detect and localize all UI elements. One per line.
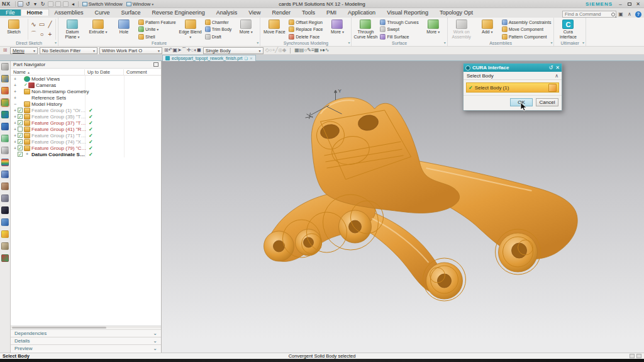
point-tool-icon[interactable]: +	[48, 31, 52, 38]
ribbon-tab[interactable]: Home	[21, 9, 49, 16]
circle-tool-icon[interactable]: ○	[40, 31, 43, 38]
suppress-checkbox[interactable]	[18, 145, 23, 150]
solid-body-icon[interactable]: ◼	[197, 47, 201, 53]
assemblies-launcher-icon[interactable]: ▾	[550, 40, 552, 46]
new-selection-window-icon[interactable]: ▣	[172, 47, 177, 53]
fill-surface-button[interactable]: Fill Surface	[379, 33, 419, 40]
ribbon-tab[interactable]: Application	[342, 9, 381, 16]
sync-launcher-icon[interactable]: ▾	[348, 40, 350, 46]
move-rotate-selection-icon[interactable]: ➤	[177, 47, 182, 53]
add-component-button[interactable]: Add ▾	[475, 18, 500, 40]
preview-section[interactable]: Preview ⌄	[11, 344, 161, 352]
select-body-field[interactable]: ✓ Select Body (1)	[466, 82, 559, 93]
reuse-library-icon[interactable]	[1, 111, 9, 118]
expander-icon[interactable]: +	[13, 146, 18, 150]
suppress-checkbox[interactable]	[18, 139, 23, 144]
datum-plane-button[interactable]: Datum Plane ▾	[60, 18, 85, 40]
touch-bar-icon[interactable]: ⊞	[2, 47, 8, 54]
column-header-comment[interactable]: Comment	[124, 69, 161, 75]
monitor-icon[interactable]	[1, 195, 9, 202]
brush-icon[interactable]: ✎	[307, 47, 311, 53]
expander-icon[interactable]: +	[13, 89, 18, 94]
switch-window-button[interactable]: Switch Window	[80, 1, 125, 8]
tree-row-model-views[interactable]: + Model Views	[11, 76, 161, 82]
repeat-command-icon[interactable]: ◂	[70, 1, 76, 7]
feature-launcher-icon[interactable]: ▾	[257, 40, 258, 46]
ribbon-tab[interactable]: File	[0, 9, 21, 16]
through-curves-button[interactable]: Through Curves	[379, 19, 419, 25]
expander-icon[interactable]: −	[13, 102, 18, 106]
surface-launcher-icon[interactable]: ▾	[444, 40, 446, 46]
expander-icon[interactable]: +	[13, 121, 18, 125]
nx-logo[interactable]: NX	[2, 1, 11, 7]
touch-mode-icon[interactable]: ⊞	[164, 47, 169, 53]
tree-row-non-timestamp-geometry[interactable]: + Non-timestamp Geometry	[11, 88, 161, 94]
tree-row-feature-group-37[interactable]: + Feature Group (37) "T… ✓	[11, 120, 161, 126]
ribbon-tab[interactable]: View	[243, 9, 266, 16]
sheet-metal-icon[interactable]	[1, 218, 9, 226]
profile-tool-icon[interactable]: ∿	[31, 21, 36, 28]
paste-icon[interactable]	[63, 1, 69, 7]
pin-tab-icon[interactable]: ❏	[244, 56, 247, 60]
close-tab-icon[interactable]: ✕	[250, 56, 253, 60]
minimize-ribbon-icon[interactable]: ∧	[626, 11, 633, 18]
tree-row-feature-group-41[interactable]: + Feature Group (41) "R… ✓	[11, 126, 161, 132]
swept-button[interactable]: Swept	[379, 26, 419, 33]
ultimaker-launcher-icon[interactable]: ▾	[582, 40, 584, 46]
find-command-input[interactable]	[562, 11, 616, 18]
issue-navigator-icon[interactable]	[1, 254, 9, 262]
dialog-title-bar[interactable]: CURA Interface ↺ ✕	[464, 64, 562, 72]
undo-dropdown-icon[interactable]: ▾	[33, 1, 38, 7]
navigator-hscrollbar[interactable]	[11, 325, 161, 329]
machining-wizard-icon[interactable]	[1, 183, 9, 190]
through-curve-mesh-button[interactable]: Through Curve Mesh	[353, 18, 378, 40]
expander-icon[interactable]: +	[13, 133, 18, 138]
minimize-button[interactable]: –	[616, 1, 625, 8]
details-section[interactable]: Details ⌄	[11, 337, 161, 344]
command-finder-window-icon[interactable]: ▣	[618, 11, 624, 18]
graphics-window[interactable]: Y	[162, 61, 644, 353]
expander-icon[interactable]: +	[13, 108, 18, 113]
tree-row-datum-csys[interactable]: Datum Coordinate S… ✓	[11, 151, 161, 157]
move-face-button[interactable]: Move Face	[262, 18, 287, 40]
unite-button[interactable]: Unite▾	[137, 26, 177, 33]
sketch-button[interactable]: Sketch	[1, 18, 26, 40]
roles-icon[interactable]	[1, 63, 9, 71]
tree-row-cameras[interactable]: + ✓ Cameras	[11, 82, 161, 88]
save-icon[interactable]	[18, 1, 23, 7]
work-view-icon[interactable]: ∿	[325, 47, 330, 53]
suppress-checkbox[interactable]	[18, 152, 23, 157]
cut-icon[interactable]	[48, 1, 53, 7]
suppress-checkbox[interactable]	[18, 127, 23, 132]
tree-row-feature-group-1[interactable]: + Feature Group (1) "Or… ✓	[11, 107, 161, 113]
restore-button[interactable]	[625, 1, 633, 8]
extrude-button[interactable]: Extrude ▾	[86, 18, 111, 40]
close-button[interactable]: ✕	[634, 1, 642, 8]
ribbon-tab[interactable]: Surface	[116, 9, 147, 16]
tree-row-feature-group-71[interactable]: + Feature Group (71) "T… ✓	[11, 132, 161, 139]
process-studio-icon[interactable]	[1, 171, 9, 178]
hole-button[interactable]: Hole	[111, 18, 136, 40]
column-header-name[interactable]: Name ▲	[11, 69, 85, 75]
menu-bar-display-icon[interactable]: ▦	[294, 47, 299, 53]
ribbon-tab[interactable]: Analysis	[211, 9, 243, 16]
help-icon[interactable]: ?	[635, 11, 641, 18]
tree-row-feature-group-79[interactable]: + Feature Group (79) "C… ✓	[11, 145, 161, 151]
pattern-feature-button[interactable]: Pattern Feature	[137, 19, 177, 25]
ribbon-tab[interactable]: Topology Opt	[434, 9, 479, 16]
ribbon-tab[interactable]: Tools	[296, 9, 321, 16]
suppress-checkbox[interactable]	[18, 108, 23, 113]
ribbon-tab[interactable]: Visual Reporting	[381, 9, 434, 16]
expander-icon[interactable]: +	[13, 140, 18, 144]
feature-more-button[interactable]: More ▾	[233, 18, 258, 40]
tree-row-reference-sets[interactable]: + Reference Sets	[11, 94, 161, 101]
shape-filter-dropdown[interactable]: Single Body▾	[203, 47, 264, 54]
select-body-section-header[interactable]: Select Body ∧	[464, 72, 562, 80]
line-tool-icon[interactable]: ╱	[48, 21, 52, 28]
dialog-close-icon[interactable]: ✕	[555, 64, 560, 72]
image-capture-icon[interactable]	[1, 206, 9, 214]
status-icon-1[interactable]	[630, 354, 635, 358]
arc-tool-icon[interactable]: ⌒	[31, 30, 37, 38]
dependencies-section[interactable]: Dependencies ⌄	[11, 329, 161, 337]
document-tab[interactable]: eclipsepart_topopt_rework_finish.prt ❏ ✕	[162, 55, 256, 61]
